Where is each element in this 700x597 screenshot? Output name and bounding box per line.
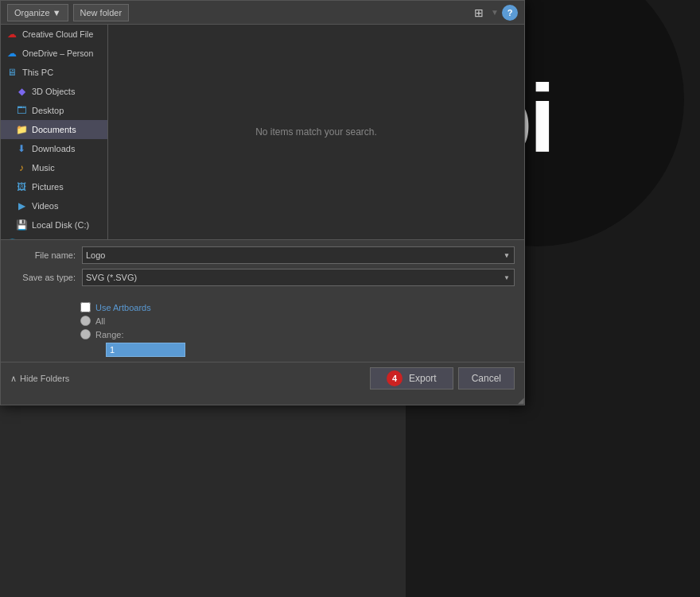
dialog-form: File name: ▼ Save as type: SVG (*.SVG) (1, 239, 524, 297)
hide-folders-chevron-icon: ∧ (10, 374, 17, 384)
sidebar-item-downloads[interactable]: ⬇ Downloads (1, 139, 107, 158)
use-artboards-row: Use Artboards (80, 302, 515, 312)
empty-message: No items match your search. (255, 126, 377, 138)
organize-dropdown-icon: ▼ (52, 8, 61, 17)
desktop-icon: 🗔 (15, 104, 28, 117)
sidebar-item-desktop[interactable]: 🗔 Desktop (1, 101, 107, 120)
range-radio-row: Range: (80, 329, 515, 339)
dialog-body: ☁ Creative Cloud File ☁ OneDrive – Perso… (1, 25, 524, 239)
filename-row: File name: ▼ (10, 246, 515, 264)
sidebar-item-documents[interactable]: 📁 Documents (1, 120, 107, 139)
localdisk-icon: 💾 (15, 219, 28, 231)
toolbar-left: Organize ▼ New folder (7, 4, 129, 21)
sidebar-item-label: Creative Cloud File (22, 29, 93, 39)
export-label: Export (409, 373, 437, 384)
sidebar-item-3d-objects[interactable]: ◆ 3D Objects (1, 82, 107, 101)
file-area: No items match your search. (108, 25, 524, 239)
saveastype-label: Save as type: (10, 273, 82, 282)
all-radio-row: All (80, 316, 515, 326)
resize-handle[interactable]: ◢ (515, 395, 524, 405)
dialog-footer: ∧ Hide Folders 4 Export Cancel (1, 362, 524, 394)
filename-label: File name: (10, 250, 82, 260)
sidebar-item-network[interactable]: 🌐 Network (1, 235, 107, 239)
sidebar-item-label: Music (32, 163, 55, 173)
range-radio[interactable] (80, 329, 91, 339)
music-icon: ♪ (15, 161, 28, 174)
sidebar-item-onedrive[interactable]: ☁ OneDrive – Person (1, 44, 107, 63)
organize-button[interactable]: Organize ▼ (7, 4, 68, 21)
dialog-toolbar: Organize ▼ New folder ⊞ ▼ ? (1, 1, 524, 25)
export-dialog: Organize ▼ New folder ⊞ ▼ ? ☁ Creative C… (0, 0, 525, 405)
cancel-label: Cancel (472, 373, 501, 384)
filename-select-wrapper: ▼ (82, 246, 515, 264)
toolbar-right: ⊞ ▼ ? (470, 4, 518, 21)
new-folder-label: New folder (80, 8, 122, 17)
filename-input[interactable] (82, 246, 515, 264)
range-label[interactable]: Range: (95, 330, 123, 339)
sidebar-item-label: Desktop (32, 106, 64, 115)
sidebar-item-label: OneDrive – Person (22, 48, 93, 58)
thispc-icon: 🖥 (6, 66, 18, 79)
network-icon: 🌐 (6, 238, 18, 239)
saveastype-select-wrapper: SVG (*.SVG) (82, 269, 515, 286)
creative-cloud-icon: ☁ (6, 28, 18, 41)
downloads-icon: ⬇ (15, 142, 28, 155)
documents-icon: 📁 (15, 123, 28, 136)
sidebar-item-local-disk[interactable]: 💾 Local Disk (C:) (1, 215, 107, 235)
saveastype-select[interactable]: SVG (*.SVG) (82, 269, 515, 286)
use-artboards-checkbox[interactable] (80, 302, 91, 312)
sidebar-item-label: Videos (32, 201, 58, 211)
options-section: Use Artboards All Range: (1, 297, 524, 362)
sidebar-item-label: Pictures (32, 182, 64, 192)
sidebar-item-label: This PC (22, 68, 53, 77)
view-toggle-button[interactable]: ⊞ (470, 4, 488, 21)
3dobjects-icon: ◆ (15, 85, 28, 98)
sidebar-item-label: 3D Objects (32, 87, 75, 96)
sidebar-item-label: Documents (32, 125, 76, 134)
help-icon: ? (508, 8, 513, 17)
all-radio[interactable] (80, 316, 91, 326)
use-artboards-label[interactable]: Use Artboards (95, 303, 151, 312)
onedrive-icon: ☁ (6, 47, 18, 60)
export-button[interactable]: 4 Export (370, 367, 453, 390)
new-folder-button[interactable]: New folder (73, 4, 130, 21)
sidebar-item-this-pc[interactable]: 🖥 This PC (1, 63, 107, 82)
hide-folders-button[interactable]: ∧ Hide Folders (10, 374, 69, 384)
sidebar-item-pictures[interactable]: 🖼 Pictures (1, 177, 107, 196)
cancel-button[interactable]: Cancel (458, 367, 515, 390)
sidebar-item-label: Local Disk (C:) (32, 220, 89, 230)
sidebar-item-videos[interactable]: ▶ Videos (1, 196, 107, 215)
organize-label: Organize (14, 8, 50, 17)
toolbar-separator: ▼ (491, 8, 499, 17)
range-input-wrapper (80, 343, 515, 357)
all-label[interactable]: All (95, 316, 105, 326)
sidebar-item-music[interactable]: ♪ Music (1, 158, 107, 177)
footer-buttons: 4 Export Cancel (370, 367, 515, 390)
sidebar-item-label: Downloads (32, 144, 75, 153)
pictures-icon: 🖼 (15, 180, 28, 193)
videos-icon: ▶ (15, 200, 28, 212)
help-button[interactable]: ? (502, 5, 518, 21)
hide-folders-label: Hide Folders (20, 374, 69, 383)
saveastype-row: Save as type: SVG (*.SVG) (10, 269, 515, 286)
range-input[interactable] (106, 343, 185, 357)
sidebar-item-creative-cloud[interactable]: ☁ Creative Cloud File (1, 25, 107, 44)
step-badge: 4 (387, 370, 402, 386)
sidebar: ☁ Creative Cloud File ☁ OneDrive – Perso… (1, 25, 108, 239)
